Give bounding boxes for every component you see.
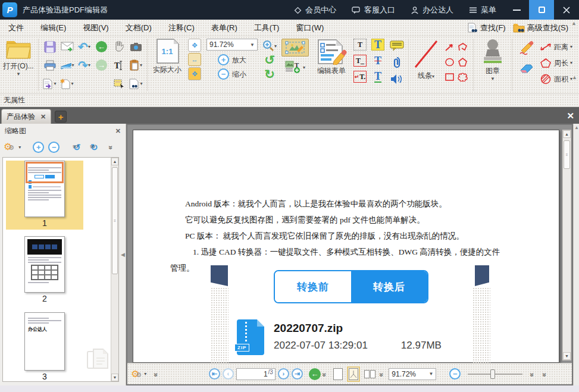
- rotate-ccw-button[interactable]: ↺90°: [70, 141, 83, 153]
- previous-view-button-status[interactable]: ←: [309, 368, 321, 380]
- pdf-page[interactable]: Android 版本：就我个人而言，以上是我在体验中最喜欢的两个功能版块。 它可…: [133, 130, 559, 363]
- zoom-slider-handle[interactable]: [490, 369, 495, 379]
- actual-size-button[interactable]: 1:1 实际大小: [149, 36, 186, 93]
- previous-page-button[interactable]: ‹: [223, 368, 234, 380]
- save-button[interactable]: [43, 40, 57, 54]
- layout-more-chevron[interactable]: »: [377, 372, 386, 375]
- menu-button[interactable]: 菜单: [461, 0, 504, 20]
- doc-scroll-down-arrow[interactable]: ▼: [563, 352, 571, 360]
- snapshot-button[interactable]: [129, 40, 143, 54]
- underline-text-button[interactable]: T: [371, 71, 384, 83]
- statusbar-right-chevron[interactable]: »: [540, 372, 549, 375]
- collapse-section-icon[interactable]: ▲: [572, 74, 577, 80]
- close-document-button[interactable]: ✕: [567, 111, 574, 121]
- thumb-zoom-out-button[interactable]: −: [48, 142, 60, 153]
- open-dropdown-arrow[interactable]: ▼: [16, 71, 21, 77]
- redo-button[interactable]: ↷▾: [77, 58, 92, 73]
- toolbar-zoom-combo[interactable]: 91.72% ▼: [206, 39, 258, 51]
- office-expert-button[interactable]: 办公达人: [403, 0, 461, 20]
- text-callout-tool-button[interactable]: ↵T.: [353, 71, 367, 83]
- new-document-button[interactable]: ✱▾: [60, 77, 74, 91]
- fit-visible-button[interactable]: ✥: [188, 67, 201, 80]
- statusbar-more-chevron[interactable]: »: [152, 372, 161, 375]
- collapse-toolbar-icon[interactable]: ▲: [571, 21, 577, 26]
- document-scrollbar[interactable]: ▲ ≡ ▼: [562, 130, 571, 360]
- scrollbar-thumb[interactable]: ≡: [112, 167, 118, 274]
- thumbnail-page-3[interactable]: 办公达人 3: [6, 312, 83, 382]
- arrow-tool-button[interactable]: [445, 43, 455, 52]
- rotate-right-button[interactable]: ↻: [262, 67, 277, 81]
- menu-file[interactable]: 文件: [0, 23, 32, 33]
- doc-scrollbar-thumb[interactable]: ≡: [564, 140, 570, 169]
- first-page-button[interactable]: ⇤: [209, 368, 220, 380]
- next-page-button[interactable]: ›: [278, 368, 289, 380]
- export-document-button[interactable]: ▾: [43, 77, 57, 91]
- select-text-button[interactable]: T: [112, 58, 126, 73]
- tab-product-experience[interactable]: 产品体验 ✕: [1, 109, 51, 124]
- rectangle-tool-button[interactable]: [445, 73, 455, 81]
- member-center-button[interactable]: 会员中心: [286, 0, 344, 20]
- panel-close-icon[interactable]: ✕: [115, 127, 121, 135]
- comment-note-button[interactable]: [390, 39, 404, 53]
- fit-page-button[interactable]: ↔: [188, 53, 201, 66]
- menu-edit[interactable]: 编辑(E): [32, 23, 74, 33]
- statusbar-gear-button[interactable]: ⚙⚙: [131, 369, 142, 379]
- thumb-zoom-in-button[interactable]: +: [33, 142, 44, 153]
- email-button[interactable]: [60, 40, 74, 54]
- splitter-collapse-handle[interactable]: ◀: [121, 252, 125, 258]
- minimize-button[interactable]: [504, 0, 529, 20]
- polyline-tool-button[interactable]: [458, 43, 468, 52]
- next-view-button[interactable]: →: [95, 58, 109, 73]
- measure-perimeter-button[interactable]: 周长▾: [539, 55, 572, 71]
- stamp-tool-button[interactable]: 图章 ▼: [475, 36, 511, 93]
- fit-width-button[interactable]: ✥: [188, 39, 201, 52]
- thumbnail-page-1[interactable]: 1: [6, 161, 83, 230]
- rotate-left-button[interactable]: ↺: [262, 53, 277, 67]
- eraser-tool-button[interactable]: [519, 63, 534, 75]
- hand-tool-button[interactable]: [112, 40, 126, 54]
- right-collapse-icon[interactable]: ▲: [574, 125, 579, 130]
- zoom-in-button[interactable]: + 放大: [218, 54, 246, 65]
- zoom-more-chevron[interactable]: »: [528, 372, 537, 375]
- polygon-tool-button[interactable]: [458, 58, 468, 67]
- zoom-out-button[interactable]: − 缩小: [218, 68, 246, 80]
- cloud-tool-button[interactable]: [458, 73, 468, 81]
- previous-view-button[interactable]: ←: [95, 40, 109, 54]
- menu-window[interactable]: 窗口(W): [287, 23, 332, 33]
- view-history-chevron[interactable]: »: [320, 372, 328, 375]
- edit-form-button[interactable]: 编辑表单: [312, 36, 351, 93]
- attach-file-button[interactable]: [390, 55, 404, 70]
- text-field-tool-button[interactable]: T_: [353, 55, 367, 67]
- tab-close-icon[interactable]: ✕: [40, 113, 46, 121]
- measure-area-button[interactable]: 面积▾: [539, 71, 572, 87]
- maximize-button[interactable]: [529, 0, 554, 20]
- customer-service-button[interactable]: 客服入口: [344, 0, 403, 20]
- add-image-text-button[interactable]: T▾: [283, 60, 307, 74]
- close-button[interactable]: [554, 0, 579, 20]
- circle-tool-button[interactable]: [445, 58, 455, 67]
- edit-content-button[interactable]: [281, 39, 309, 57]
- thumbnail-scrollbar[interactable]: ▲ ≡ ▼: [111, 158, 118, 381]
- menu-document[interactable]: 文档(D): [117, 23, 160, 33]
- scan-button[interactable]: ▾: [60, 58, 74, 73]
- last-page-button[interactable]: ⇥: [292, 368, 303, 380]
- find-button[interactable]: 查找(F): [465, 23, 508, 33]
- strikethrough-text-button[interactable]: T: [371, 55, 384, 67]
- doc-scroll-up-arrow[interactable]: ▲: [563, 130, 571, 138]
- statusbar-zoom-out-button[interactable]: −: [449, 368, 461, 380]
- options-gear-button[interactable]: ⚙⚙: [4, 142, 14, 152]
- line-tool-button[interactable]: 线条▾: [413, 39, 439, 81]
- sound-annotation-button[interactable]: [390, 72, 404, 86]
- scroll-down-arrow[interactable]: ▼: [111, 374, 118, 381]
- new-tab-button[interactable]: +: [55, 111, 67, 123]
- measure-distance-button[interactable]: 距离▾: [539, 39, 572, 55]
- statusbar-zoom-combo[interactable]: 91.72% ▼: [389, 368, 436, 380]
- menu-comment[interactable]: 注释(C): [160, 23, 203, 33]
- thumbnail-page-2[interactable]: 2: [6, 236, 83, 305]
- open-file-button[interactable]: 打开(O)... ▼: [0, 36, 37, 93]
- clipboard-button[interactable]: ▾: [129, 58, 143, 73]
- highlight-text-button[interactable]: T: [371, 39, 384, 51]
- rotate-cw-button[interactable]: ↻90°: [87, 141, 101, 153]
- advanced-find-button[interactable]: 高级查找(S): [511, 23, 571, 33]
- print-button[interactable]: [43, 58, 57, 73]
